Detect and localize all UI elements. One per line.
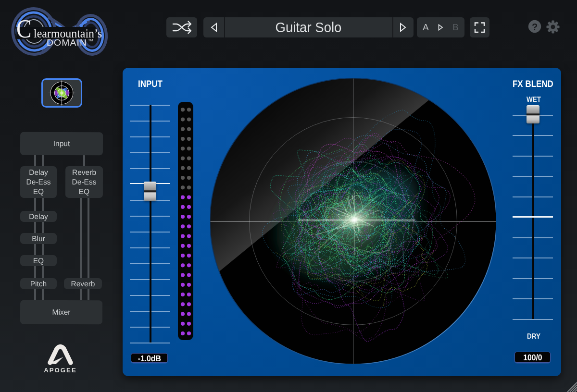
svg-text:APOGEE: APOGEE [44, 367, 76, 374]
svg-text:TM: TM [88, 38, 93, 42]
svg-text:?: ? [532, 22, 538, 32]
svg-text:C: C [16, 14, 32, 43]
svg-text:DOMAIN: DOMAIN [47, 38, 87, 48]
